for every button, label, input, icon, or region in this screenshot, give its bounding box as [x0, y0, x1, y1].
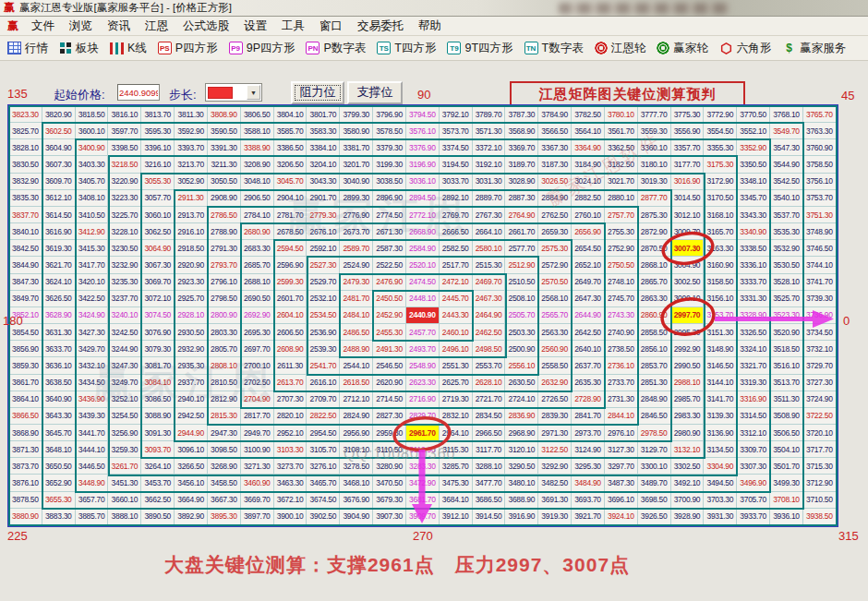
grid-cell: 2851.30 — [638, 375, 671, 391]
menu-item-trade[interactable]: 交易委托 — [350, 18, 411, 34]
grid-cell: 2620.90 — [373, 375, 406, 391]
grid-cell: 3194.50 — [440, 156, 473, 173]
grid-cell: 3556.90 — [671, 123, 705, 139]
grid-cell: 3758.50 — [803, 156, 837, 173]
grid-cell: 3002.50 — [671, 274, 705, 291]
grid-cell: 3864.10 — [9, 391, 42, 408]
grid-cell: 3420.10 — [76, 274, 109, 291]
grid-cell: 2524.90 — [340, 257, 373, 273]
grid-cell: 3576.10 — [406, 123, 440, 139]
menu-item-settings[interactable]: 设置 — [236, 18, 274, 34]
grid-cell: 2443.30 — [440, 307, 473, 324]
grid-cell: 3710.50 — [803, 492, 837, 509]
grid-cell: 2990.50 — [671, 357, 705, 374]
grid-cell: 3074.50 — [141, 307, 175, 324]
grid-cell: 3669.70 — [241, 492, 274, 509]
grid-cell: 2616.10 — [307, 375, 340, 391]
toolbar-gann-wheel[interactable]: 江恩轮 — [595, 41, 646, 56]
grid-cell: 3801.70 — [307, 106, 340, 123]
grid-cell: 3014.50 — [671, 190, 705, 207]
grid-cell: 3427.30 — [76, 324, 109, 341]
grid-cell: 3837.70 — [9, 207, 42, 223]
grid-cell: 3324.10 — [737, 341, 770, 357]
grid-cell: 3756.10 — [803, 174, 837, 190]
grid-cell: 3616.90 — [42, 223, 76, 240]
grid-cell: 3060.10 — [141, 207, 175, 223]
grid-cell: 3412.90 — [76, 223, 109, 240]
toolbar-quotes[interactable]: 行情 — [7, 41, 48, 56]
grid-cell: 3007.30 — [671, 240, 705, 257]
blocks-icon — [59, 42, 72, 54]
menu-item-gann[interactable]: 江恩 — [138, 18, 175, 34]
grid-cell: 3547.30 — [770, 139, 803, 156]
grid-cell: 3878.50 — [9, 492, 42, 509]
toolbar-kline[interactable]: K线 — [110, 41, 147, 56]
menu-item-browse[interactable]: 浏览 — [62, 18, 100, 34]
grid-cell: 2762.50 — [538, 207, 572, 223]
toolbar-p-table[interactable]: PNP数字表 — [306, 41, 366, 56]
grid-cell: 3645.70 — [42, 425, 76, 441]
grid-cell: 3122.50 — [538, 441, 572, 458]
menu-item-tools[interactable]: 工具 — [274, 18, 312, 34]
grid-cell: 3079.30 — [141, 341, 175, 357]
grid-cell: 3580.90 — [340, 123, 373, 139]
grid-cell: 3326.50 — [737, 324, 770, 341]
grid-cell: 3028.90 — [505, 174, 538, 190]
toolbar-t-table[interactable]: TNT数字表 — [524, 41, 584, 56]
toolbar: 行情 板块 K线 PSP四方形 P99P四方形 PNP数字表 TST四方形 T9… — [0, 36, 868, 61]
grid-cell: 3660.10 — [108, 492, 141, 509]
bottom-caption: 大盘关键位测算：支撑2961点 压力2997、3007点 — [139, 552, 656, 578]
grid-cell: 3120.10 — [505, 441, 538, 458]
menu-item-formula-stockpick[interactable]: 公式选股 — [175, 18, 236, 34]
grid-cell: 3624.10 — [42, 274, 76, 291]
grid-cell: 3540.10 — [770, 190, 803, 207]
grid-cell: 3043.30 — [307, 174, 340, 190]
grid-cell: 3168.10 — [704, 207, 737, 223]
grid-cell: 3744.10 — [803, 257, 837, 273]
menu-item-news[interactable]: 资讯 — [100, 18, 138, 34]
toolbar-sectors[interactable]: 板块 — [59, 41, 99, 56]
grid-cell: 2462.50 — [473, 324, 506, 341]
grid-frame: 3823.303820.903818.503816.103813.703811.… — [7, 104, 838, 527]
grid-cell: 3280.90 — [373, 458, 406, 475]
t9-square-icon: T9 — [447, 42, 461, 54]
grid-cell: 2824.90 — [340, 408, 373, 425]
grid-cell: 2952.10 — [274, 425, 307, 441]
toolbar-9t-square[interactable]: T99T四方形 — [447, 41, 512, 56]
grid-cell: 3146.50 — [704, 357, 737, 374]
grid-cell: 3069.70 — [141, 274, 175, 291]
toolbar-winner-wheel[interactable]: 赢家轮 — [657, 41, 708, 56]
step-combo[interactable]: ▼ — [205, 83, 262, 102]
menu-item-file[interactable]: 文件 — [24, 18, 62, 34]
support-button[interactable]: 支撑位 — [347, 81, 403, 104]
toolbar-hexagon[interactable]: 六角形 — [719, 41, 772, 56]
grid-cell: 3842.50 — [9, 240, 42, 257]
grid-cell: 3264.10 — [141, 458, 175, 475]
menu-item-help[interactable]: 帮助 — [411, 18, 449, 34]
grid-cell: 3153.70 — [704, 307, 737, 324]
combo-dropdown-icon[interactable]: ▼ — [247, 85, 260, 100]
toolbar-p-square[interactable]: PSP四方形 — [158, 41, 218, 56]
menu-item-window[interactable]: 窗口 — [312, 18, 350, 34]
grid-cell: 3328.90 — [737, 307, 770, 324]
start-price-input[interactable] — [117, 84, 160, 101]
toolbar-9p-square[interactable]: P99P四方形 — [229, 41, 295, 56]
grid-cell: 2980.90 — [671, 425, 705, 441]
grid-cell: 3583.30 — [307, 123, 340, 139]
toolbar-t-square[interactable]: TST四方形 — [377, 41, 436, 56]
grid-cell: 3004.90 — [671, 257, 705, 273]
grid-cell: 3530.50 — [770, 257, 803, 273]
grid-cell: 3696.10 — [605, 492, 638, 509]
grid-cell: 3096.10 — [175, 441, 208, 458]
grid-cell: 3571.30 — [473, 123, 506, 139]
grid-cell: 2834.50 — [473, 408, 506, 425]
toolbar-winner-service[interactable]: $赢家服务 — [782, 41, 846, 56]
grid-cell: 3201.70 — [340, 156, 373, 173]
resistance-button[interactable]: 阻力位 — [291, 81, 344, 104]
grid-cell: 2671.30 — [373, 223, 406, 240]
grid-cell: 3693.70 — [572, 492, 605, 509]
grid-cell: 3813.70 — [141, 106, 175, 123]
grid-cell: 3384.10 — [307, 139, 340, 156]
grid-cell: 3055.30 — [141, 174, 175, 190]
grid-cell: 2992.90 — [671, 341, 705, 357]
